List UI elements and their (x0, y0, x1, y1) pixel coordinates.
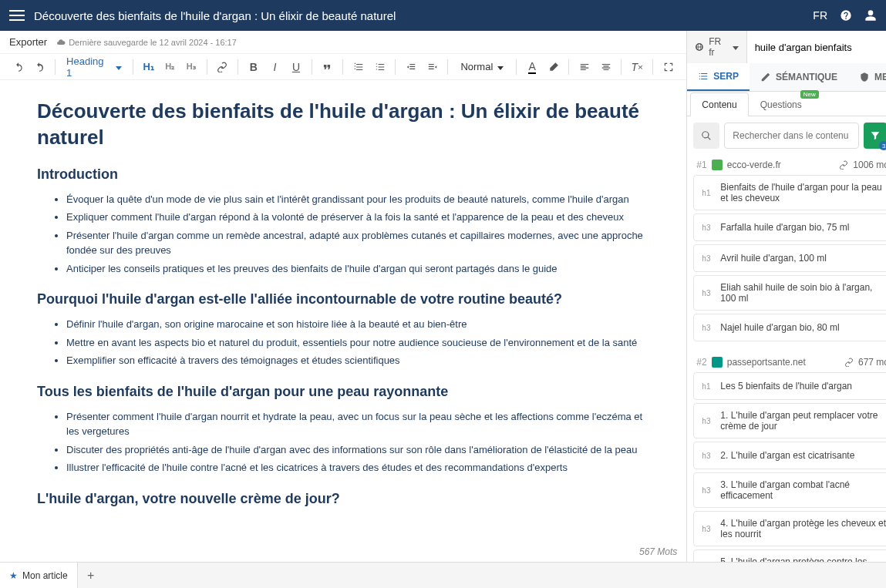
list-item: Mettre en avant les aspects bio et natur… (66, 335, 649, 351)
heading-text: Les 5 bienfaits de l'huile d'argan (720, 381, 886, 391)
h3-button[interactable]: H₃ (182, 58, 200, 76)
h1-button[interactable]: H₁ (140, 58, 158, 76)
link-icon[interactable] (844, 358, 854, 367)
section-heading: Introduction (37, 166, 649, 183)
list-item: Évoquer la quête d'un mode de vie plus s… (66, 192, 649, 207)
heading-item[interactable]: h3 5. L'huile d'argan protège contre les… (693, 549, 886, 562)
heading-text: Farfalla huile d'argan bio, 75 ml (720, 222, 886, 233)
article-tab[interactable]: ★ Mon article (0, 563, 78, 588)
highlight-button[interactable] (544, 58, 563, 76)
page-title: Découverte des bienfaits de l'huile d'ar… (34, 9, 810, 22)
heading-item[interactable]: h1 Les 5 bienfaits de l'huile d'argan (693, 372, 886, 400)
heading-text: Bienfaits de l'huile d'argan pour la pea… (720, 182, 886, 203)
link-icon[interactable] (839, 160, 848, 170)
save-status: Dernière sauvegarde le 12 avril 2024 - 1… (56, 38, 237, 47)
align-center-button[interactable] (597, 58, 615, 76)
export-button[interactable]: Exporter (9, 36, 47, 48)
result-domain[interactable]: ecco-verde.fr (727, 160, 835, 170)
clear-format-button[interactable]: T× (628, 58, 646, 76)
result-domain[interactable]: passeportsante.net (727, 357, 840, 368)
heading-item[interactable]: h3 1. L'huile d'argan peut remplacer vot… (693, 403, 886, 438)
list-item: Présenter l'huile d'argan comme un remèd… (66, 228, 649, 258)
undo-button[interactable] (9, 58, 28, 76)
favicon-icon (712, 160, 723, 170)
heading-text: 1. L'huile d'argan peut remplacer votre … (720, 410, 886, 432)
result-rank: #1 (696, 160, 706, 170)
fullscreen-button[interactable] (659, 58, 678, 76)
heading-tag: h1 (702, 189, 714, 197)
heading-text: 3. L'huile d'argan combat l'acné efficac… (720, 479, 886, 501)
add-tab-button[interactable]: + (78, 563, 104, 588)
section-heading: L'huile d'argan, votre nouvelle crème de… (37, 491, 649, 507)
italic-button[interactable]: I (266, 58, 285, 76)
heading-text: 4. L'huile d'argan protège les cheveux e… (720, 518, 886, 539)
result-rank: #2 (696, 357, 706, 368)
help-icon[interactable] (840, 9, 852, 22)
heading-tag: h3 (702, 452, 714, 460)
section-list: Définir l'huile d'argan, son origine mar… (37, 317, 649, 368)
heading-tag: h3 (702, 486, 714, 495)
heading-item[interactable]: h3 4. L'huile d'argan protège les cheveu… (693, 511, 886, 546)
bold-button[interactable]: B (244, 58, 263, 76)
word-count: 677 mots (858, 357, 886, 368)
link-button[interactable] (214, 58, 232, 76)
indent-button[interactable] (423, 58, 442, 76)
heading-text: 2. L'huile d'argan est cicatrisante (720, 450, 886, 461)
pencil-icon (760, 72, 771, 82)
heading-tag: h3 (702, 417, 714, 425)
tab-serp[interactable]: SERP (687, 63, 750, 91)
heading-item[interactable]: h3 2. L'huile d'argan est cicatrisante (693, 442, 886, 469)
quote-button[interactable] (318, 58, 337, 76)
list-item: Anticiper les conseils pratiques et les … (66, 261, 649, 277)
user-icon[interactable] (864, 9, 877, 22)
heading-dropdown[interactable]: Heading 1 (62, 55, 126, 79)
heading-tag: h3 (702, 289, 714, 297)
hamburger-menu-icon[interactable] (9, 8, 25, 23)
outdent-button[interactable] (402, 58, 420, 76)
redo-button[interactable] (31, 58, 49, 76)
section-list: Évoquer la quête d'un mode de vie plus s… (37, 192, 649, 277)
heading-item[interactable]: h3 Avril huile d'argan, 100 ml (693, 244, 886, 272)
tab-meta[interactable]: META New (848, 63, 886, 91)
chevron-down-icon (731, 42, 739, 52)
filter-button[interactable]: 3 (864, 123, 886, 149)
h2-button[interactable]: H₂ (160, 58, 179, 76)
unordered-list-button[interactable] (371, 58, 389, 76)
text-color-button[interactable]: A (523, 58, 541, 76)
heading-item[interactable]: h1 Bienfaits de l'huile d'argan pour la … (693, 175, 886, 210)
heading-item[interactable]: h3 Farfalla huile d'argan bio, 75 ml (693, 213, 886, 241)
content-filter-input[interactable] (724, 123, 859, 149)
serp-result: #2 passeportsante.net 677 mots h1 Les 5 … (693, 352, 886, 562)
serp-search-input[interactable] (747, 31, 886, 63)
list-item: Définir l'huile d'argan, son origine mar… (66, 317, 649, 332)
heading-text: Eliah sahil huile de soin bio à l'argan,… (720, 282, 886, 304)
subtab-contenu[interactable]: Contenu (690, 92, 748, 116)
heading-tag: h3 (702, 324, 714, 332)
ordered-list-button[interactable] (349, 58, 368, 76)
list-icon (698, 71, 709, 82)
heading-tag: h3 (702, 223, 714, 232)
subtab-questions[interactable]: Questions New (749, 92, 814, 116)
align-left-button[interactable] (575, 58, 594, 76)
search-language-selector[interactable]: FR fr (687, 31, 746, 63)
list-item: Présenter comment l'huile d'argan nourri… (66, 409, 649, 439)
word-count: 567 Mots (639, 546, 677, 557)
section-heading: Pourquoi l'huile d'argan est-elle l'alli… (37, 291, 649, 307)
underline-button[interactable]: U (287, 58, 305, 76)
heading-item[interactable]: h3 3. L'huile d'argan combat l'acné effi… (693, 472, 886, 508)
heading-text: Najel huile d'argan bio, 80 ml (720, 322, 886, 333)
filter-icon (870, 130, 881, 141)
editor-content[interactable]: Découverte des bienfaits de l'huile d'ar… (0, 80, 686, 562)
heading-text: 5. L'huile d'argan protège contre les ma… (720, 556, 886, 562)
subtabs: Contenu Questions New (687, 92, 886, 116)
heading-tag: h3 (702, 525, 714, 533)
list-item: Exemplifier son efficacité à travers des… (66, 353, 649, 368)
favicon-icon (712, 357, 723, 368)
new-badge: New (800, 90, 819, 99)
format-dropdown[interactable]: Normal (454, 61, 510, 72)
heading-item[interactable]: h3 Eliah sahil huile de soin bio à l'arg… (693, 275, 886, 311)
heading-item[interactable]: h3 Najel huile d'argan bio, 80 ml (693, 314, 886, 341)
panel-tabs: SERP SÉMANTIQUE META New (687, 63, 886, 92)
language-selector[interactable]: FR (810, 9, 827, 22)
tab-semantique[interactable]: SÉMANTIQUE (750, 63, 848, 91)
